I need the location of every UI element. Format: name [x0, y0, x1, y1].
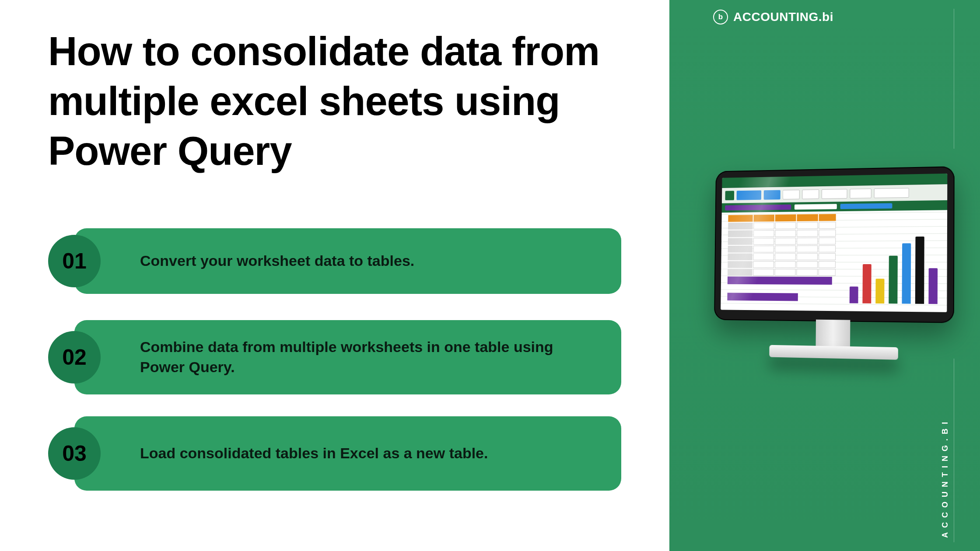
- monitor-stand-neck: [816, 320, 850, 346]
- step-number-badge: 03: [48, 427, 101, 480]
- step-bar: Load consolidated tables in Excel as a n…: [74, 416, 621, 491]
- logo-mark-icon: b: [713, 10, 728, 24]
- monitor-frame: [714, 166, 955, 323]
- step-3: Load consolidated tables in Excel as a n…: [48, 416, 621, 491]
- bar-chart: [847, 228, 940, 304]
- step-2: Combine data from multiple worksheets in…: [48, 320, 621, 394]
- chart-bar: [902, 243, 911, 304]
- brand-side-text: ACCOUNTING.BI: [941, 418, 950, 538]
- step-text: Combine data from multiple worksheets in…: [140, 337, 595, 377]
- brand-logo: b ACCOUNTING.bi: [713, 10, 833, 24]
- logo-text: ACCOUNTING.bi: [733, 10, 833, 24]
- divider-line-top: [954, 9, 954, 149]
- step-bar: Convert your worksheet data to tables.: [74, 228, 621, 294]
- purple-block-1: [728, 276, 832, 285]
- left-panel: How to consolidate data from multiple ex…: [0, 0, 669, 551]
- right-panel: b ACCOUNTING.bi ACCOUNTING.BI: [669, 0, 980, 551]
- monitor-screen: [721, 174, 947, 312]
- page-title: How to consolidate data from multiple ex…: [48, 26, 621, 176]
- chart-bar: [875, 279, 884, 303]
- step-1: Convert your worksheet data to tables. 0…: [48, 224, 621, 298]
- chart-bar: [915, 237, 924, 304]
- step-text: Convert your worksheet data to tables.: [140, 251, 414, 271]
- chart-bar: [862, 264, 871, 303]
- step-number-badge: 01: [48, 235, 101, 287]
- monitor-illustration: [709, 168, 958, 358]
- spreadsheet-body: [721, 210, 947, 312]
- chart-bar: [850, 287, 858, 303]
- chart-bar: [928, 268, 938, 304]
- step-text: Load consolidated tables in Excel as a n…: [140, 443, 488, 464]
- step-number-badge: 02: [48, 331, 101, 384]
- spreadsheet-cells: [728, 214, 837, 277]
- divider-line-bottom: [954, 359, 954, 542]
- purple-block-2: [727, 293, 798, 301]
- chart-bar: [889, 256, 898, 304]
- steps-list: Convert your worksheet data to tables. 0…: [48, 224, 621, 491]
- monitor-stand-base: [769, 345, 898, 360]
- step-bar: Combine data from multiple worksheets in…: [74, 320, 621, 394]
